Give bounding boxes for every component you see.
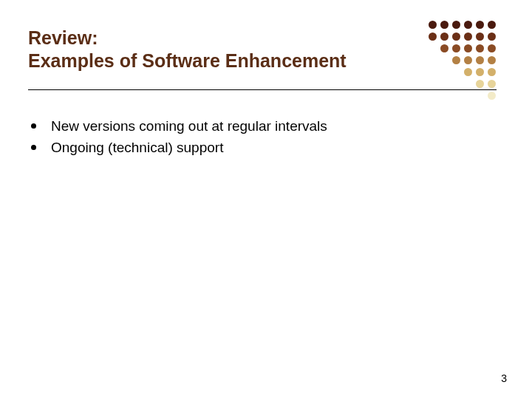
- dot-icon: [488, 44, 496, 52]
- dot-icon: [488, 80, 496, 88]
- dot-icon: [440, 33, 449, 41]
- list-item: Ongoing (technical) support: [28, 138, 497, 157]
- dot-icon: [476, 33, 484, 41]
- dot-icon: [488, 21, 496, 29]
- dot-icon: [464, 56, 472, 64]
- dot-icon: [488, 33, 496, 41]
- dot-icon: [488, 56, 496, 64]
- dot-icon: [476, 56, 484, 64]
- slide-title: Review: Examples of Software Enhancement: [28, 27, 408, 82]
- dot-icon: [464, 33, 472, 41]
- dot-icon: [488, 92, 496, 100]
- dot-icon: [452, 33, 460, 41]
- title-line-2: Examples of Software Enhancement: [28, 50, 347, 71]
- bullet-icon: [31, 145, 36, 150]
- dot-icon: [429, 33, 437, 41]
- dot-icon: [452, 21, 460, 29]
- bullet-text: New versions coming out at regular inter…: [51, 117, 327, 136]
- dot-icon: [464, 68, 472, 76]
- dot-icon: [476, 44, 484, 52]
- list-item: New versions coming out at regular inter…: [28, 117, 497, 136]
- bullet-icon: [31, 123, 36, 129]
- dot-icon: [429, 21, 437, 29]
- dot-icon: [464, 21, 472, 29]
- header: Review: Examples of Software Enhancement: [28, 27, 497, 90]
- dot-icon: [464, 44, 472, 52]
- dot-icon: [476, 68, 484, 76]
- title-line-1: Review:: [28, 27, 98, 48]
- page-number: 3: [501, 372, 507, 384]
- dot-icon: [440, 21, 449, 29]
- dot-icon: [476, 80, 484, 88]
- bullet-text: Ongoing (technical) support: [51, 138, 223, 157]
- dot-icon: [476, 21, 484, 29]
- dot-icon: [440, 44, 449, 52]
- slide: Review: Examples of Software Enhancement…: [0, 0, 532, 399]
- decorative-dot-grid: [429, 21, 497, 100]
- dot-icon: [452, 44, 460, 52]
- dot-icon: [488, 68, 496, 76]
- dot-icon: [452, 56, 460, 64]
- slide-body: New versions coming out at regular inter…: [28, 117, 497, 157]
